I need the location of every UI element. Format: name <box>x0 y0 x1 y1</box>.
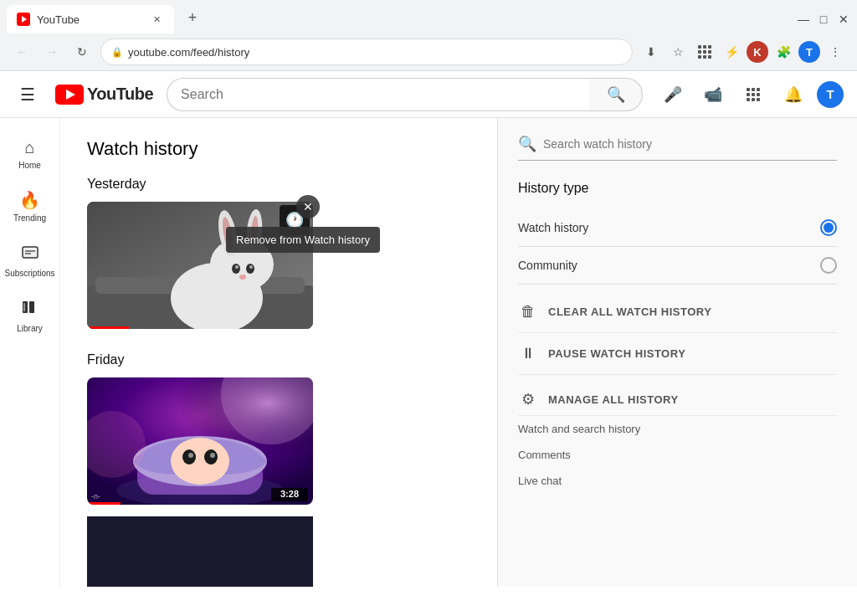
user-avatar[interactable]: T <box>817 81 844 108</box>
svg-text:-n-: -n- <box>91 492 100 501</box>
bookmark-icon[interactable]: ☆ <box>666 40 690 64</box>
video-item-rabbit[interactable]: 🕐 ✕ Remove from Watch history <box>87 202 313 329</box>
restore-button[interactable]: □ <box>817 13 830 26</box>
watch-search-history-link[interactable]: Watch and search history <box>518 416 837 442</box>
subscriptions-icon <box>21 243 39 265</box>
svg-point-32 <box>171 438 229 485</box>
browser-chrome: YouTube ✕ + — □ ✕ ← → ↻ 🔒 youtube.com/fe… <box>0 0 857 71</box>
community-radio[interactable] <box>820 257 837 274</box>
yesterday-label: Yesterday <box>87 177 470 192</box>
sidebar-subscriptions-label: Subscriptions <box>4 269 54 278</box>
search-icon: 🔍 <box>607 85 625 104</box>
search-button[interactable]: 🔍 <box>589 78 643 111</box>
search-input[interactable] <box>167 78 589 111</box>
sidebar-item-subscriptions[interactable]: Subscriptions <box>3 233 57 285</box>
apps-grid-icon[interactable] <box>736 78 770 111</box>
history-type-title: History type <box>518 181 837 196</box>
svg-point-35 <box>188 453 193 458</box>
create-video-icon[interactable]: 📹 <box>696 78 730 111</box>
svg-rect-42 <box>87 516 313 587</box>
svg-point-21 <box>246 264 254 274</box>
url-bar[interactable]: 🔒 youtube.com/feed/history <box>100 38 633 65</box>
friday-section: Friday <box>87 352 470 587</box>
toolbar-icons: ⬇ ☆ ⚡ K 🧩 T ⋮ <box>639 40 847 64</box>
clear-all-button[interactable]: 🗑 CLEAR ALL WATCH HISTORY <box>518 291 837 333</box>
pause-label: PAUSE WATCH HISTORY <box>548 347 685 360</box>
community-option[interactable]: Community <box>518 247 837 285</box>
close-button[interactable]: ✕ <box>837 13 850 26</box>
svg-point-24 <box>239 275 246 280</box>
svg-point-22 <box>235 265 239 269</box>
url-text: youtube.com/feed/history <box>128 46 622 59</box>
profile-k-avatar[interactable]: K <box>747 41 768 63</box>
manage-all-button[interactable]: ⚙ MANAGE ALL HISTORY <box>518 378 837 416</box>
hamburger-menu-button[interactable]: ☰ <box>13 78 42 111</box>
watch-history-option[interactable]: Watch history <box>518 209 837 247</box>
address-bar: ← → ↻ 🔒 youtube.com/feed/history ⬇ ☆ ⚡ K… <box>0 33 857 70</box>
tab-favicon <box>17 13 30 26</box>
watch-history-option-label: Watch history <box>518 221 588 234</box>
trash-icon: 🗑 <box>518 303 538 321</box>
manage-all-label: MANAGE ALL HISTORY <box>548 393 679 406</box>
gear-icon: ⚙ <box>518 390 538 408</box>
translate-icon[interactable]: ⚡ <box>720 40 743 64</box>
search-watch-history-icon: 🔍 <box>518 135 536 153</box>
youtube-app: ☰ YouTube 🔍 🎤 📹 🔔 <box>0 71 857 587</box>
yesterday-section: Yesterday <box>87 177 470 332</box>
youtube-logo-text: YouTube <box>87 85 153 104</box>
home-icon: ⌂ <box>24 138 34 157</box>
browser-tab[interactable]: YouTube ✕ <box>7 5 174 33</box>
profile-t-avatar[interactable]: T <box>798 41 820 63</box>
sidebar: ⌂ Home 🔥 Trending Subscriptions <box>0 118 60 587</box>
trending-icon: 🔥 <box>19 190 40 210</box>
extensions-grid-icon[interactable] <box>693 40 716 64</box>
header-right-icons: 🎤 📹 🔔 T <box>656 78 844 111</box>
video-item-girl[interactable]: 3:28 -n- <box>87 377 313 505</box>
tab-close-button[interactable]: ✕ <box>149 12 164 27</box>
community-option-label: Community <box>518 259 577 272</box>
window-controls: — □ ✕ <box>797 13 850 26</box>
svg-rect-5 <box>23 247 38 258</box>
pause-button[interactable]: ⏸ PAUSE WATCH HISTORY <box>518 333 837 375</box>
video-item-dark[interactable] <box>87 516 313 587</box>
youtube-logo-icon <box>55 85 84 105</box>
refresh-button[interactable]: ↻ <box>70 40 94 64</box>
svg-rect-9 <box>29 301 34 313</box>
notifications-icon[interactable]: 🔔 <box>777 78 810 111</box>
action-buttons: 🗑 CLEAR ALL WATCH HISTORY ⏸ PAUSE WATCH … <box>518 291 837 494</box>
girl-thumbnail-svg: 3:28 -n- <box>87 377 313 505</box>
comments-link[interactable]: Comments <box>518 442 837 468</box>
more-menu-icon[interactable]: ⋮ <box>824 40 847 64</box>
pause-icon: ⏸ <box>518 345 538 362</box>
history-list: Watch history Yesterday <box>60 118 497 587</box>
sidebar-home-label: Home <box>18 161 41 170</box>
live-chat-link[interactable]: Live chat <box>518 468 837 494</box>
sidebar-item-home[interactable]: ⌂ Home <box>3 128 57 177</box>
sidebar-library-label: Library <box>17 324 43 333</box>
history-type-section: History type Watch history Community <box>518 181 837 285</box>
radio-selected-indicator <box>824 223 834 233</box>
search-history-bar: 🔍 <box>518 135 837 161</box>
search-bar: 🔍 <box>167 78 643 111</box>
new-tab-button[interactable]: + <box>181 6 204 29</box>
sidebar-item-library[interactable]: Library <box>3 288 57 340</box>
svg-point-20 <box>232 264 240 274</box>
lock-icon: 🔒 <box>111 47 123 58</box>
library-icon <box>21 298 39 321</box>
puzzle-icon[interactable]: 🧩 <box>772 40 795 64</box>
content-area: Watch history Yesterday <box>60 118 857 587</box>
main-content: ⌂ Home 🔥 Trending Subscriptions <box>0 118 857 587</box>
youtube-logo[interactable]: YouTube <box>55 85 153 105</box>
minimize-button[interactable]: — <box>797 13 810 26</box>
svg-rect-40 <box>87 502 121 505</box>
forward-button[interactable]: → <box>40 40 64 64</box>
back-button[interactable]: ← <box>10 40 33 64</box>
friday-label: Friday <box>87 352 470 367</box>
sidebar-item-trending[interactable]: 🔥 Trending <box>3 180 57 229</box>
watch-history-radio[interactable] <box>820 219 837 236</box>
search-watch-history-input[interactable] <box>543 137 837 151</box>
download-icon[interactable]: ⬇ <box>639 40 663 64</box>
mic-icon[interactable]: 🎤 <box>656 78 690 111</box>
remove-from-history-button[interactable]: ✕ <box>296 195 320 218</box>
tab-title: YouTube <box>37 13 142 26</box>
